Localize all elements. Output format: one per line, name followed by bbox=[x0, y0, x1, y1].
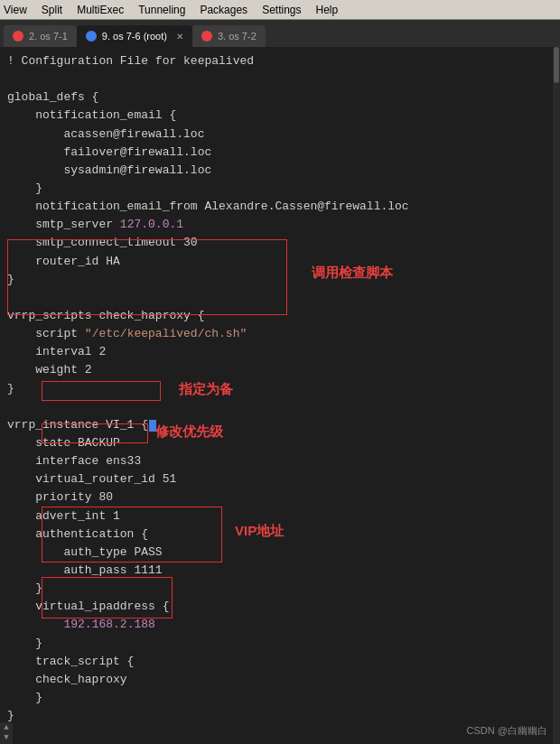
line-13: } bbox=[7, 271, 553, 289]
line-3: global_defs { bbox=[7, 88, 553, 107]
line-32: 192.168.2.188 bbox=[7, 616, 553, 634]
left-scroll: ▲ ▼ bbox=[0, 722, 13, 744]
line-34: track_script { bbox=[7, 653, 553, 671]
line-18: weight 2 bbox=[7, 361, 553, 379]
menu-split[interactable]: Split bbox=[42, 4, 62, 16]
line-27: authentication { bbox=[7, 525, 553, 544]
menu-settings[interactable]: Settings bbox=[262, 4, 301, 16]
menu-packages[interactable]: Packages bbox=[200, 4, 247, 16]
tab-os71[interactable]: 2. os 7-1 bbox=[4, 25, 77, 47]
line-2 bbox=[7, 70, 553, 88]
line-16: script "/etc/keepalived/ch.sh" bbox=[7, 325, 553, 343]
line-21: vrrp_instance VI_1 { bbox=[7, 416, 553, 434]
line-20 bbox=[7, 398, 553, 416]
line-14 bbox=[7, 289, 553, 307]
line-24: virtual_router_id 51 bbox=[7, 470, 553, 488]
line-23: interface ens33 bbox=[7, 452, 553, 470]
line-29: auth_pass 1111 bbox=[7, 562, 553, 580]
tab-close-os76[interactable]: ✕ bbox=[176, 32, 183, 42]
scrollbar[interactable] bbox=[553, 47, 560, 744]
line-28: auth_type PASS bbox=[7, 544, 553, 562]
tab-bar: 2. os 7-1 9. os 7-6 (root) ✕ 3. os 7-2 bbox=[0, 20, 560, 47]
line-4: notification_email { bbox=[7, 107, 553, 125]
tab-os72[interactable]: 3. os 7-2 bbox=[192, 25, 266, 47]
line-19: } bbox=[7, 380, 553, 398]
menu-tunneling[interactable]: Tunneling bbox=[138, 4, 185, 16]
scrollbar-thumb[interactable] bbox=[554, 47, 559, 83]
menu-bar: View Split MultiExec Tunneling Packages … bbox=[0, 0, 560, 20]
line-33: } bbox=[7, 635, 553, 653]
menu-multiexec[interactable]: MultiExec bbox=[77, 4, 124, 16]
line-9: notification_email_from Alexandre.Cassen… bbox=[7, 198, 553, 216]
line-5: acassen@firewall.loc bbox=[7, 126, 553, 144]
line-7: sysadmin@firewall.loc bbox=[7, 162, 553, 180]
line-22: state BACKUP bbox=[7, 434, 553, 452]
menu-view[interactable]: View bbox=[4, 4, 27, 16]
tab-label-os76: 9. os 7-6 (root) bbox=[102, 31, 167, 42]
watermark: CSDN @白幽幽白 bbox=[467, 723, 547, 739]
line-8: } bbox=[7, 180, 553, 198]
tab-icon-os71 bbox=[13, 31, 23, 42]
line-30: } bbox=[7, 580, 553, 598]
line-1: ! Configuration File for keepalived bbox=[7, 52, 553, 70]
terminal: ! Configuration File for keepalived glob… bbox=[0, 47, 560, 744]
tab-icon-os76 bbox=[86, 31, 97, 42]
line-6: failover@firewall.loc bbox=[7, 144, 553, 162]
tab-os76[interactable]: 9. os 7-6 (root) ✕ bbox=[77, 25, 192, 47]
line-11: smtp_connect_timeout 30 bbox=[7, 234, 553, 252]
menu-help[interactable]: Help bbox=[315, 4, 338, 16]
line-36: } bbox=[7, 689, 553, 707]
line-12: router_id HA bbox=[7, 253, 553, 271]
line-15: vrrp_scripts check_haproxy { bbox=[7, 307, 553, 325]
scroll-up-arrow[interactable]: ▲ bbox=[4, 724, 8, 732]
tab-icon-os72 bbox=[201, 31, 212, 42]
tab-label-os72: 3. os 7-2 bbox=[218, 31, 257, 42]
line-17: interval 2 bbox=[7, 343, 553, 361]
line-35: check_haproxy bbox=[7, 671, 553, 689]
line-31: virtual_ipaddress { bbox=[7, 598, 553, 616]
scroll-down-arrow[interactable]: ▼ bbox=[4, 734, 8, 742]
line-25: priority 80 bbox=[7, 488, 553, 507]
line-26: advert_int 1 bbox=[7, 507, 553, 525]
line-10: smtp_server 127.0.0.1 bbox=[7, 216, 553, 234]
tab-label-os71: 2. os 7-1 bbox=[29, 31, 68, 42]
